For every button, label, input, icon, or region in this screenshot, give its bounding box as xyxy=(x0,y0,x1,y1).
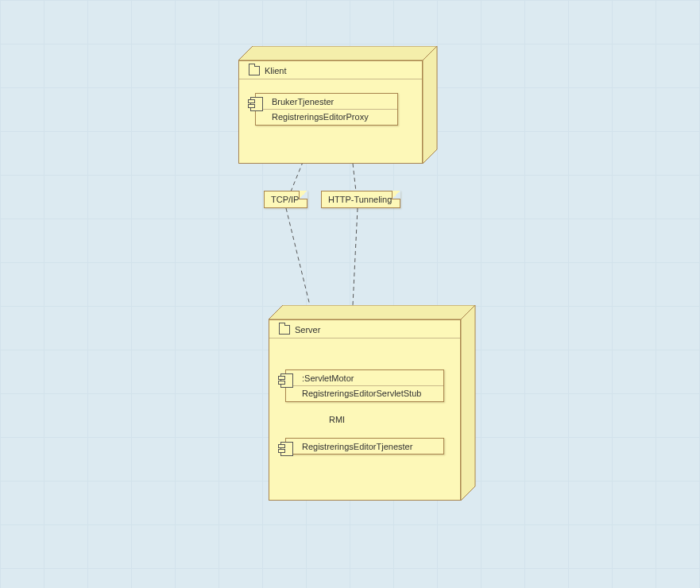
component-icon xyxy=(280,442,293,456)
note-http-text: HTTP-Tunneling xyxy=(328,195,392,204)
component-icon xyxy=(280,373,293,388)
brukertjenester-name: BrukerTjenester xyxy=(272,97,334,106)
note-http-tunneling: HTTP-Tunneling xyxy=(321,191,400,208)
klient-title: Klient xyxy=(265,66,287,75)
klient-title-row: Klient xyxy=(239,61,422,79)
note-tcpip: TCP/IP xyxy=(264,191,307,208)
brukertjenester-item: RegistreringsEditorProxy xyxy=(256,110,397,125)
package-icon xyxy=(279,325,290,335)
node-klient: Klient BrukerTjenester RegistreringsEdit… xyxy=(238,46,437,165)
editor-tjenester-name: RegistreringsEditorTjenester xyxy=(302,442,412,451)
server-title: Server xyxy=(295,325,320,335)
node-server: Server :ServletMotor RegistreringsEditor… xyxy=(269,305,481,504)
servletmotor-name: :ServletMotor xyxy=(302,373,354,383)
component-servletmotor: :ServletMotor RegistreringsEditorServlet… xyxy=(285,369,444,402)
component-icon xyxy=(250,97,263,111)
servletmotor-item: RegistreringsEditorServletStub xyxy=(286,386,443,401)
note-tcpip-text: TCP/IP xyxy=(271,195,299,204)
package-icon xyxy=(249,66,260,75)
server-title-row: Server xyxy=(269,320,460,338)
component-brukertjenester: BrukerTjenester RegistreringsEditorProxy xyxy=(255,93,398,126)
component-editor-tjenester: RegistreringsEditorTjenester xyxy=(285,438,444,455)
label-rmi: RMI xyxy=(329,415,345,424)
